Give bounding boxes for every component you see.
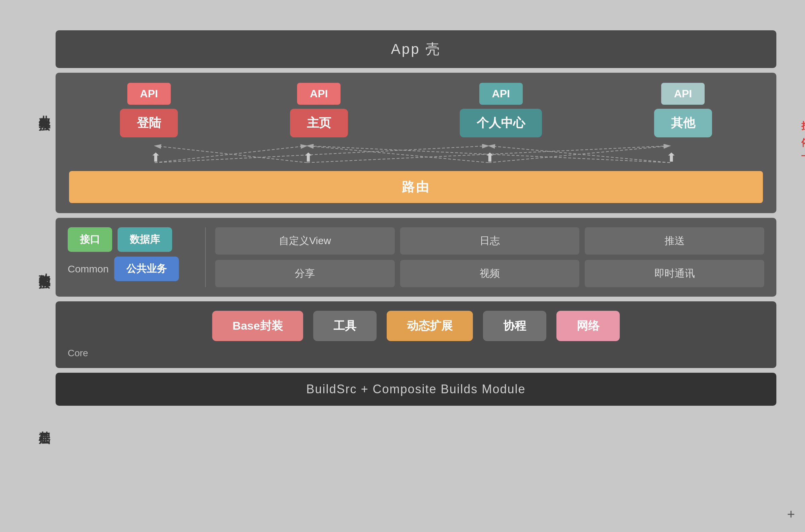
module-zhuye: API 主页: [290, 83, 348, 137]
cross-arrows-area: ⬆ ⬆ ⬆ ⬆: [89, 144, 743, 164]
svg-line-3: [155, 146, 489, 163]
api-qita: API: [661, 83, 705, 105]
svg-text:⬆: ⬆: [303, 151, 314, 164]
main-diagram: App 壳 API 登陆 API: [56, 30, 776, 502]
api-zhuye: API: [297, 83, 340, 105]
api-denglu: API: [127, 83, 171, 105]
router-label: 路由: [402, 180, 430, 194]
common-section: 接口 数据库 Common 公共业务: [68, 227, 196, 287]
arrows-svg: ⬆ ⬆ ⬆ ⬆: [89, 144, 743, 164]
app-shell: App 壳: [56, 30, 776, 68]
common-row2: Common 公共业务: [68, 256, 196, 281]
module-geren: API 个人中心: [460, 83, 542, 137]
module-denglu: API 登陆: [120, 83, 178, 137]
svg-text:⬆: ⬆: [666, 151, 677, 164]
mod-denglu: 登陆: [120, 109, 178, 137]
mod-zhuye: 主页: [290, 109, 348, 137]
svg-line-7: [489, 146, 670, 163]
label-business: 业务组件层: [29, 106, 52, 113]
left-labels-column: 业务组件层 功能组件层 基础层: [29, 30, 56, 502]
label-core: 基础层: [29, 422, 52, 426]
main-wrapper: 业务组件层 功能组件层 基础层 App 壳 API 登陆: [19, 20, 786, 512]
business-layer: API 登陆 API 主页: [56, 73, 776, 213]
func-gonggong: 公共业务: [114, 256, 179, 281]
api-geren: API: [479, 83, 523, 105]
core-tools: 工具: [313, 311, 377, 341]
core-label: Core: [68, 348, 764, 359]
mod-geren: 个人中心: [460, 109, 542, 137]
func-custom-view: 自定义View: [215, 227, 395, 254]
app-shell-label: App 壳: [391, 41, 441, 57]
buildsrc-label: BuildSrc + Composite Builds Module: [306, 382, 525, 396]
func-db: 数据库: [117, 227, 172, 252]
right-dependency-label: 按需依赖下层: [801, 117, 805, 168]
func-tuisong: 推送: [585, 227, 764, 254]
buildsrc-bar: BuildSrc + Composite Builds Module: [56, 373, 776, 406]
mod-qita: 其他: [654, 109, 712, 137]
svg-line-5: [307, 146, 489, 163]
func-jiekou: 接口: [68, 227, 112, 252]
module-qita: API 其他: [654, 83, 712, 137]
core-dynamic: 动态扩展: [387, 311, 473, 341]
core-network: 网络: [557, 311, 620, 341]
label-functional: 功能组件层: [29, 264, 52, 271]
func-shipin: 视频: [400, 260, 580, 287]
svg-text:⬆: ⬆: [150, 151, 161, 164]
func-im: 即时通讯: [585, 260, 764, 287]
core-coroutine: 协程: [483, 311, 546, 341]
core-modules: Base封装 工具 动态扩展 协程 网络: [68, 311, 764, 341]
functional-layer: 接口 数据库 Common 公共业务 自定义View: [56, 218, 776, 297]
router-bar: 路由: [69, 171, 763, 203]
functional-right-modules: 自定义View 日志 推送 分享 视频 即时通讯: [215, 227, 764, 287]
func-rizhi: 日志: [400, 227, 580, 254]
plus-icon[interactable]: +: [787, 507, 795, 522]
svg-text:⬆: ⬆: [484, 151, 495, 164]
business-modules: API 登陆 API 主页: [69, 83, 763, 137]
common-label: Common: [68, 263, 109, 275]
func-fenxiang: 分享: [215, 260, 395, 287]
core-layer: Base封装 工具 动态扩展 协程 网络 Core: [56, 301, 776, 368]
common-row1: 接口 数据库: [68, 227, 196, 252]
divider: [205, 227, 206, 287]
core-base: Base封装: [212, 311, 303, 341]
